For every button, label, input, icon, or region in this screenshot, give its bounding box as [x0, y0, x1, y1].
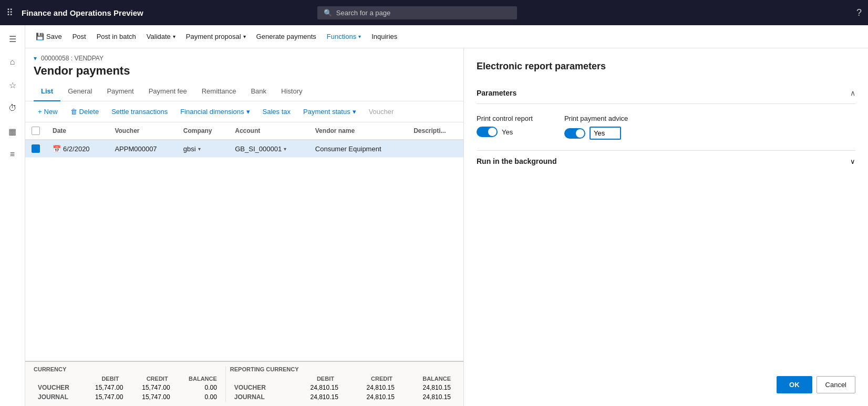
- parameters-section-header: Parameters ∧: [477, 82, 855, 104]
- debit-header: DEBIT: [74, 374, 123, 383]
- main-content: 💾 Save Post Post in batch Validate ▾ Pay…: [25, 25, 868, 406]
- page-title: Vendor payments: [34, 64, 455, 78]
- sidebar-icon-favorites[interactable]: ☆: [3, 76, 22, 95]
- account-dropdown-icon[interactable]: ▾: [284, 146, 286, 152]
- row-account: GB_SI_000001 ▾: [229, 140, 309, 158]
- right-panel: Electronic report parameters Parameters …: [463, 48, 868, 406]
- run-section-chevron[interactable]: ∨: [850, 158, 855, 165]
- journal-balance: 0.00: [174, 392, 221, 402]
- fin-dim-chevron: ▾: [246, 108, 250, 116]
- table-row[interactable]: 📅6/2/2020 APPM000007 gbsi ▾: [25, 140, 463, 158]
- tab-payment[interactable]: Payment: [99, 82, 141, 101]
- functions-button[interactable]: Functions ▾: [323, 30, 365, 43]
- generate-payments-button[interactable]: Generate payments: [252, 30, 321, 43]
- sidebar-icon-nav[interactable]: ☰: [3, 29, 22, 48]
- functions-chevron: ▾: [358, 34, 361, 39]
- rep-voucher-credit: 24,810.15: [343, 383, 399, 392]
- app-title: Finance and Operations Preview: [22, 8, 143, 17]
- voucher-button[interactable]: Voucher: [365, 106, 398, 118]
- settle-transactions-button[interactable]: Settle transactions: [107, 106, 172, 118]
- sidebar-icon-workspaces[interactable]: ▦: [3, 122, 22, 141]
- journal-debit: 15,747.00: [80, 392, 127, 402]
- print-control-report-value: Yes: [502, 128, 513, 136]
- run-in-background-section: Run in the background ∨: [477, 150, 855, 172]
- row-check[interactable]: [25, 140, 46, 158]
- row-date: 📅6/2/2020: [46, 140, 108, 158]
- print-control-report-toggle[interactable]: [477, 127, 498, 137]
- print-payment-advice-label: Print payment advice: [564, 114, 628, 122]
- sidebar-icon-home[interactable]: ⌂: [3, 53, 22, 71]
- company-dropdown-icon[interactable]: ▾: [198, 146, 201, 152]
- financial-dimensions-button[interactable]: Financial dimensions ▾: [176, 106, 254, 118]
- post-button[interactable]: Post: [68, 30, 90, 43]
- balance-header: BALANCE: [172, 374, 221, 383]
- col-vendor-name: Vendor name: [309, 122, 407, 140]
- parameters-grid: Print control report Yes Print payment a…: [477, 114, 855, 140]
- print-payment-advice-param: Print payment advice: [564, 114, 628, 140]
- voucher-row-label: VOUCHER: [34, 383, 80, 392]
- payment-status-chevron: ▾: [353, 108, 356, 116]
- tab-payment-fee[interactable]: Payment fee: [141, 82, 194, 101]
- print-control-report-control: Yes: [477, 127, 533, 137]
- print-payment-advice-toggle[interactable]: [564, 128, 585, 139]
- col-check: [25, 122, 46, 140]
- credit-header: CREDIT: [123, 374, 172, 383]
- voucher-debit: 15,747.00: [80, 383, 127, 392]
- rep-debit-header: DEBIT: [280, 374, 338, 383]
- rep-journal-debit: 24,810.15: [286, 392, 343, 402]
- tab-history[interactable]: History: [274, 82, 309, 101]
- sales-tax-button[interactable]: Sales tax: [259, 106, 295, 118]
- post-in-batch-button[interactable]: Post in batch: [92, 30, 140, 43]
- new-button[interactable]: + New: [34, 106, 62, 118]
- run-section-title: Run in the background: [477, 157, 556, 165]
- print-payment-advice-input[interactable]: [590, 127, 621, 140]
- page-meta: ▾ 00000058 : VENDPAY: [34, 55, 455, 62]
- payments-table: Date Voucher Company Account Vendor name…: [25, 122, 463, 361]
- sidebar-icon-modules[interactable]: ≡: [3, 145, 22, 164]
- rep-voucher-balance: 24,810.15: [399, 383, 455, 392]
- calendar-icon: 📅: [53, 145, 61, 153]
- toggle-knob: [488, 128, 497, 136]
- filter-icon: ▾: [34, 55, 37, 62]
- search-icon: 🔍: [324, 9, 332, 17]
- payment-proposal-button[interactable]: Payment proposal ▾: [182, 30, 250, 43]
- ok-button[interactable]: OK: [777, 376, 812, 393]
- help-icon[interactable]: ?: [856, 7, 862, 18]
- toggle-knob-2: [576, 129, 584, 138]
- validate-button[interactable]: Validate ▾: [142, 30, 180, 43]
- page-id: 00000058 : VENDPAY: [41, 55, 104, 62]
- journal-row-label: JOURNAL: [34, 392, 80, 402]
- panel-footer: OK Cancel: [477, 366, 855, 393]
- tab-bank[interactable]: Bank: [243, 82, 274, 101]
- tab-general[interactable]: General: [60, 82, 99, 101]
- print-control-report-param: Print control report Yes: [477, 114, 533, 140]
- row-checkbox[interactable]: [32, 144, 40, 153]
- panel-title: Electronic report parameters: [477, 61, 855, 72]
- delete-icon: 🗑: [70, 108, 77, 116]
- validate-chevron: ▾: [173, 34, 175, 39]
- save-icon: 💾: [36, 33, 44, 40]
- tab-list[interactable]: List: [34, 82, 60, 101]
- parameters-collapse-icon[interactable]: ∧: [850, 89, 855, 97]
- plus-icon: +: [38, 108, 42, 116]
- list-toolbar: + New 🗑 Delete Settle transactions Finan…: [25, 101, 463, 122]
- parameters-section-title: Parameters: [477, 89, 516, 97]
- select-all-checkbox[interactable]: [32, 127, 40, 135]
- rep-journal-balance: 24,810.15: [399, 392, 455, 402]
- rep-credit-header: CREDIT: [338, 374, 397, 383]
- tab-remittance[interactable]: Remittance: [194, 82, 244, 101]
- search-placeholder: Search for a page: [336, 9, 390, 17]
- inquiries-button[interactable]: Inquiries: [367, 30, 401, 43]
- voucher-credit: 15,747.00: [127, 383, 174, 392]
- app-grid-icon[interactable]: ⠿: [6, 7, 13, 18]
- save-button[interactable]: 💾 Save: [32, 30, 66, 43]
- search-bar[interactable]: 🔍 Search for a page: [317, 6, 517, 19]
- rep-voucher-label: VOUCHER: [230, 383, 286, 392]
- sidebar-icon-recent[interactable]: ⏱: [3, 99, 22, 118]
- run-section-header[interactable]: Run in the background ∨: [477, 151, 855, 172]
- payment-status-button[interactable]: Payment status ▾: [299, 106, 360, 118]
- delete-button[interactable]: 🗑 Delete: [66, 106, 104, 118]
- print-payment-advice-control: [564, 127, 628, 140]
- cancel-button[interactable]: Cancel: [817, 376, 855, 393]
- row-voucher: APPM000007: [108, 140, 177, 158]
